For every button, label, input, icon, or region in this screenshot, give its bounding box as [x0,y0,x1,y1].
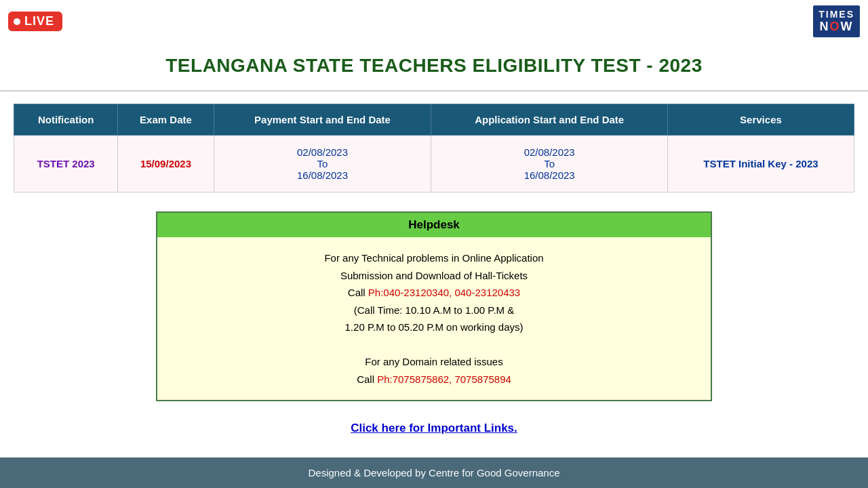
app-to: To [544,158,555,169]
page-title: TELANGANA STATE TEACHERS ELIGIBILITY TES… [0,43,868,83]
helpdesk-body: For any Technical problems in Online App… [157,237,711,400]
payment-start-date: 02/08/2023 [297,146,348,158]
live-label: LIVE [24,14,54,28]
cell-notification: TSTET 2023 [14,136,118,192]
col-exam-date: Exam Date [118,104,214,136]
helpdesk-phone2: Ph:7075875862, 7075875894 [377,373,511,385]
live-badge: LIVE [8,12,62,31]
table-header-row: Notification Exam Date Payment Start and… [14,104,854,136]
title-divider [0,90,868,92]
helpdesk-line7-prefix: Call [357,373,377,385]
helpdesk-line4: (Call Time: 10.10 A.M to 1.00 P.M & [354,304,515,316]
logo-top: TIMES [818,9,854,20]
helpdesk-line3-prefix: Call [348,287,368,298]
important-links-section: Click here for Important Links. [0,422,868,435]
app-start-date: 02/08/2023 [524,146,575,158]
helpdesk-line2: Submission and Download of Hall-Tickets [340,270,528,281]
helpdesk-header: Helpdesk [157,213,711,237]
logo-bottom: NOW [818,20,854,34]
times-now-logo: TIMES NOW [813,5,860,37]
live-dot-icon [14,18,20,25]
helpdesk-line5: 1.20 P.M to 05.20 P.M on working days) [345,321,524,333]
app-end-date: 16/08/2023 [524,169,575,181]
helpdesk-line1: For any Technical problems in Online App… [324,252,543,264]
info-table-container: Notification Exam Date Payment Start and… [14,104,854,192]
logo-n: N [820,20,830,33]
col-services: Services [667,104,854,136]
logo-o: O [830,20,841,33]
logo-w: W [841,20,854,33]
cell-exam-date: 15/09/2023 [118,136,214,192]
payment-to: To [317,158,328,169]
table-row: TSTET 2023 15/09/2023 02/08/2023 To 16/0… [14,136,854,192]
payment-end-date: 16/08/2023 [297,169,348,181]
cell-service[interactable]: TSTET Initial Key - 2023 [667,136,854,192]
footer: Designed & Developed by Centre for Good … [0,458,868,488]
col-notification: Notification [14,104,118,136]
col-payment: Payment Start and End Date [214,104,431,136]
service-link[interactable]: TSTET Initial Key - 2023 [703,158,818,169]
col-application: Application Start and End Date [431,104,668,136]
helpdesk-phone1: Ph:040-23120340, 040-23120433 [368,287,520,298]
footer-text: Designed & Developed by Centre for Good … [308,467,559,479]
top-bar: LIVE TIMES NOW [0,0,868,43]
helpdesk-box: Helpdesk For any Technical problems in O… [156,211,712,401]
important-links-link[interactable]: Click here for Important Links. [351,422,517,434]
cell-application: 02/08/2023 To 16/08/2023 [431,136,668,192]
helpdesk-line6: For any Domain related issues [365,356,502,367]
info-table: Notification Exam Date Payment Start and… [14,104,854,192]
cell-payment: 02/08/2023 To 16/08/2023 [214,136,431,192]
